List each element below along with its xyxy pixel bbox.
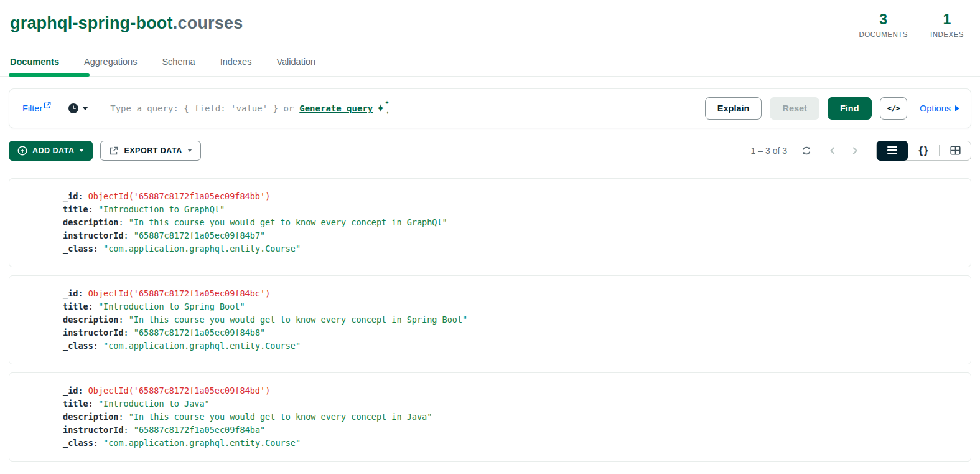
field-value: "Introduction to GraphQl" <box>98 204 225 214</box>
refresh-button[interactable] <box>798 142 815 159</box>
document-field-_id[interactable]: _id: ObjectId('65887c8172f1a05ec09f84bd'… <box>63 384 958 397</box>
export-icon <box>109 146 119 156</box>
chevron-down-icon <box>79 149 84 152</box>
field-key: title <box>63 399 88 409</box>
page-title: graphql-spring-boot.courses <box>10 12 243 34</box>
field-key: description <box>63 412 118 422</box>
field-colon: : <box>124 230 134 240</box>
json-view-button[interactable]: {} <box>908 141 939 161</box>
field-colon: : <box>88 399 98 409</box>
explain-button[interactable]: Explain <box>705 97 762 120</box>
add-data-label: ADD DATA <box>32 146 74 155</box>
field-key: _id <box>63 386 78 396</box>
field-value: "65887c8172f1a05ec09f84b8" <box>134 328 265 338</box>
query-bar: Filter Type a query: { field: 'value' } … <box>9 88 971 128</box>
query-history-button[interactable] <box>68 103 88 114</box>
table-view-icon <box>950 146 961 155</box>
field-key: description <box>63 315 118 325</box>
table-view-button[interactable] <box>940 141 971 161</box>
document-list: _id: ObjectId('65887c8172f1a05ec09f84bb'… <box>9 178 971 462</box>
document-field-instructorId[interactable]: instructorId: "65887c8172f1a05ec09f84b7" <box>63 229 958 242</box>
tab-schema[interactable]: Schema <box>162 52 195 76</box>
field-value: "65887c8172f1a05ec09f84b7" <box>134 230 265 240</box>
field-value: "In this course you would get to know ev… <box>129 217 447 227</box>
tab-documents[interactable]: Documents <box>10 52 59 76</box>
field-colon: : <box>124 328 134 338</box>
field-colon: : <box>93 341 103 351</box>
next-page-button[interactable] <box>846 142 864 159</box>
export-data-label: EXPORT DATA <box>124 146 182 155</box>
list-view-icon <box>887 146 897 155</box>
tab-aggregations[interactable]: Aggregations <box>84 52 137 76</box>
view-switcher: {} <box>876 141 971 161</box>
documents-count: 3 <box>859 11 908 29</box>
field-value: "com.application.graphql.entity.Course" <box>103 244 301 254</box>
document-field-_id[interactable]: _id: ObjectId('65887c8172f1a05ec09f84bc'… <box>63 287 958 300</box>
field-key: _id <box>63 288 78 298</box>
document-field-title[interactable]: title: "Introduction to GraphQl" <box>63 203 958 216</box>
field-value: "com.application.graphql.entity.Course" <box>103 438 301 448</box>
documents-stat-label: DOCUMENTS <box>859 31 908 38</box>
document-field-description[interactable]: description: "In this course you would g… <box>63 410 958 424</box>
field-key: _class <box>63 438 93 448</box>
previous-page-button[interactable] <box>824 142 841 159</box>
field-colon: : <box>88 204 98 214</box>
query-placeholder[interactable]: Type a query: { field: 'value' } or <box>110 103 294 113</box>
field-value: ObjectId('65887c8172f1a05ec09f84bc') <box>88 288 271 298</box>
field-key: instructorId <box>63 230 124 240</box>
indexes-stat-label: INDEXES <box>930 31 964 38</box>
field-key: instructorId <box>63 328 124 338</box>
document-field-_class[interactable]: _class: "com.application.graphql.entity.… <box>63 339 958 353</box>
field-value: ObjectId('65887c8172f1a05ec09f84bd') <box>88 386 271 396</box>
field-key: _class <box>63 244 93 254</box>
field-colon: : <box>88 301 98 311</box>
external-link-icon <box>44 102 51 109</box>
options-toggle[interactable]: Options <box>920 103 959 113</box>
document-field-instructorId[interactable]: instructorId: "65887c8172f1a05ec09f84ba" <box>63 424 958 437</box>
generate-query-link[interactable]: Generate query <box>299 103 373 113</box>
document-card: _id: ObjectId('65887c8172f1a05ec09f84bd'… <box>9 372 971 462</box>
document-card: _id: ObjectId('65887c8172f1a05ec09f84bb'… <box>9 178 971 267</box>
document-field-_class[interactable]: _class: "com.application.graphql.entity.… <box>63 437 958 450</box>
field-colon: : <box>78 386 88 396</box>
field-key: title <box>63 301 88 311</box>
document-field-_id[interactable]: _id: ObjectId('65887c8172f1a05ec09f84bb'… <box>63 190 958 203</box>
field-colon: : <box>93 438 103 448</box>
document-field-title[interactable]: title: "Introduction to Java" <box>63 397 958 410</box>
pagination-label: 1 – 3 of 3 <box>751 146 787 156</box>
field-value: "65887c8172f1a05ec09f84ba" <box>134 425 265 435</box>
chevron-down-icon <box>187 149 192 152</box>
tab-indexes[interactable]: Indexes <box>220 52 252 76</box>
collection-stats: 3 DOCUMENTS 1 INDEXES <box>859 11 968 38</box>
field-value: "In this course you would get to know ev… <box>129 412 432 422</box>
curly-braces-icon: {} <box>918 145 929 156</box>
document-field-instructorId[interactable]: instructorId: "65887c8172f1a05ec09f84b8" <box>63 326 958 339</box>
field-colon: : <box>124 425 134 435</box>
document-field-title[interactable]: title: "Introduction to Spring Boot" <box>63 300 958 313</box>
field-key: title <box>63 204 88 214</box>
database-name: graphql-spring-boot <box>10 14 173 32</box>
caret-right-icon <box>955 105 959 111</box>
tab-validation[interactable]: Validation <box>276 52 315 76</box>
reset-button[interactable]: Reset <box>770 97 819 120</box>
query-actions: Explain Reset Find </> Options <box>705 97 959 120</box>
indexes-count: 1 <box>930 11 964 29</box>
document-field-description[interactable]: description: "In this course you would g… <box>63 216 958 229</box>
filter-link[interactable]: Filter <box>22 103 51 113</box>
field-colon: : <box>118 412 128 422</box>
field-colon: : <box>118 217 128 227</box>
clock-icon <box>68 103 79 114</box>
field-colon: : <box>93 244 103 254</box>
documents-toolbar: ADD DATA EXPORT DATA 1 – 3 of 3 <box>9 141 971 161</box>
collection-header: graphql-spring-boot.courses 3 DOCUMENTS … <box>0 0 980 38</box>
add-data-button[interactable]: ADD DATA <box>9 141 93 161</box>
list-view-button[interactable] <box>877 141 908 161</box>
field-value: "com.application.graphql.entity.Course" <box>103 341 301 351</box>
find-button[interactable]: Find <box>828 97 872 120</box>
document-field-description[interactable]: description: "In this course you would g… <box>63 313 958 326</box>
export-data-button[interactable]: EXPORT DATA <box>100 141 200 161</box>
code-view-toggle-button[interactable]: </> <box>880 97 907 120</box>
document-field-_class[interactable]: _class: "com.application.graphql.entity.… <box>63 242 958 255</box>
field-key: _class <box>63 341 93 351</box>
filter-link-label: Filter <box>22 103 42 113</box>
